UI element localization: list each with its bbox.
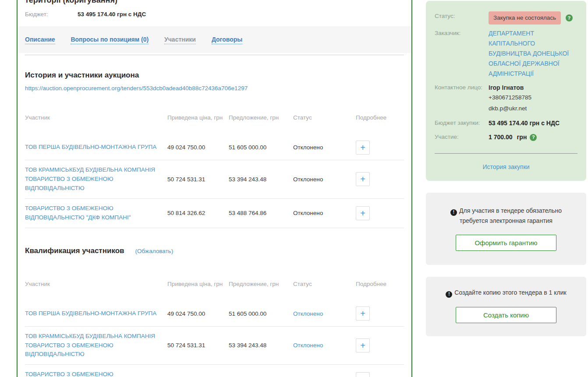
participant-link[interactable]: ТОВ КРАММІСЬКБУД БУДІВЕЛЬНА КОМПАНІЯ ТОВ… — [25, 166, 167, 193]
guarantee-note-text: Для участия в тендере обязательно требуе… — [459, 207, 562, 224]
status-link[interactable]: Отклонено — [293, 342, 356, 349]
status-badge: Закупка не состоялась — [489, 11, 561, 25]
participant-link[interactable]: ТОВАРИСТВО З ОБМЕЖЕНОЮ ВІДПОВІДАЛЬНІСТЮ … — [25, 370, 167, 377]
tab-description[interactable]: Описание — [25, 36, 55, 44]
expand-row-button[interactable]: + — [356, 372, 370, 377]
status-link[interactable]: Отклонено — [293, 310, 356, 317]
expand-row-button[interactable]: + — [356, 141, 370, 155]
tender-sidebar: Статус: Закупка не состоялась ? Заказчик… — [426, 1, 586, 336]
tender-main-panel: території (коригування) Бюджет: 53 495 1… — [17, 0, 412, 377]
reduced-price-value: 50 724 531.31 — [167, 176, 229, 183]
expand-row-button[interactable]: + — [356, 307, 370, 321]
bid-value: 53 394 243.48 — [229, 176, 293, 183]
tab-contracts[interactable]: Договоры — [212, 36, 242, 44]
bid-value: 51 605 000.00 — [229, 310, 293, 317]
expand-row-button[interactable]: + — [356, 338, 370, 352]
table-row: ТОВАРИСТВО З ОБМЕЖЕНОЮ ВІДПОВІДАЛЬНІСТЮ … — [25, 199, 404, 228]
appeal-link[interactable]: (Обжаловать) — [135, 248, 174, 254]
bid-value: 53 488 764.86 — [229, 210, 293, 216]
auction-table-header: Участник Приведена ціна, грн Предложение… — [25, 114, 404, 135]
create-guarantee-button[interactable]: Оформить гарантию — [456, 235, 556, 251]
col-details: Подробнее — [356, 114, 404, 121]
create-copy-button[interactable]: Создать копию — [456, 307, 556, 323]
plus-icon: + — [360, 341, 365, 350]
status-value: Отклонено — [293, 210, 356, 216]
qualification-table-header: Участник Приведена ціна, грн Предложение… — [25, 281, 404, 301]
table-row: ТОВ КРАММІСЬКБУД БУДІВЕЛЬНА КОМПАНІЯ ТОВ… — [25, 327, 404, 365]
table-row: ТОВ ПЕРША БУДІВЕЛЬНО-МОНТАЖНА ГРУПА 49 0… — [25, 301, 404, 327]
info-icon: ! — [446, 291, 452, 298]
col-bid: Предложение, грн — [229, 281, 293, 287]
reduced-price-value: 50 814 326.62 — [167, 210, 229, 216]
col-bid: Предложение, грн — [229, 114, 293, 121]
tabs-bar: Описание Вопросы по позициям (0) Участни… — [18, 26, 411, 53]
tab-questions[interactable]: Вопросы по позициям (0) — [71, 36, 149, 44]
contact-label: Контактное лицо: — [435, 83, 489, 114]
budget-label: Бюджет: — [25, 11, 78, 18]
bid-value: 53 394 243.48 — [229, 342, 293, 349]
history-link[interactable]: История закупки — [482, 163, 529, 170]
participant-link[interactable]: ТОВ КРАММІСЬКБУД БУДІВЕЛЬНА КОМПАНІЯ ТОВ… — [25, 332, 167, 359]
participation-value: 1 700.00 — [489, 134, 513, 141]
auction-url-link[interactable]: https://auction.openprocurement.org/tend… — [25, 85, 404, 92]
bid-value: 51 605 000.00 — [229, 144, 293, 151]
tab-participants[interactable]: Участники — [164, 36, 196, 44]
reduced-price-value: 50 724 531.31 — [167, 342, 229, 349]
contact-email: dkb.p@ukr.net — [489, 103, 577, 114]
plus-icon: + — [360, 208, 365, 218]
expand-row-button[interactable]: + — [356, 206, 370, 220]
tender-summary-panel: Статус: Закупка не состоялась ? Заказчик… — [426, 1, 586, 181]
qualification-section-heading: Квалификация участников — [25, 247, 124, 255]
contact-name: Ігор Ігнатов — [489, 83, 577, 92]
page-title: території (коригування) — [25, 0, 404, 5]
participation-label: Участие: — [435, 132, 489, 142]
table-row: ТОВАРИСТВО З ОБМЕЖЕНОЮ ВІДПОВІДАЛЬНІСТЮ … — [25, 365, 404, 377]
help-icon[interactable]: ? — [566, 14, 573, 21]
col-details: Подробнее — [356, 281, 404, 287]
info-icon: ! — [450, 209, 457, 216]
col-participant: Участник — [25, 114, 167, 121]
reduced-price-value: 49 024 750.00 — [167, 310, 229, 317]
auction-section-heading: История и участники аукциона — [25, 71, 404, 80]
participant-link[interactable]: ТОВАРИСТВО З ОБМЕЖЕНОЮ ВІДПОВІДАЛЬНІСТЮ … — [25, 204, 167, 222]
purchase-budget-value: 53 495 174.40 грн с НДС — [489, 118, 577, 128]
plus-icon: + — [360, 374, 365, 377]
plus-icon: + — [360, 174, 365, 184]
copy-note-text: Создайте копию этого тендера в 1 клик — [454, 289, 566, 296]
guarantee-box: !Для участия в тендере обязательно требу… — [426, 193, 586, 265]
contact-phone: +380671258785 — [489, 92, 577, 103]
col-reduced-price: Приведена ціна, грн — [167, 114, 229, 121]
help-icon[interactable]: ? — [530, 134, 537, 141]
col-status: Статус — [293, 114, 356, 121]
copy-tender-box: !Создайте копию этого тендера в 1 клик С… — [426, 277, 586, 336]
col-reduced-price: Приведена ціна, грн — [167, 281, 229, 287]
status-label: Статус: — [435, 11, 489, 25]
col-status: Статус — [293, 281, 356, 287]
participant-link[interactable]: ТОВ ПЕРША БУДІВЕЛЬНО-МОНТАЖНА ГРУПА — [25, 143, 167, 152]
customer-link[interactable]: ДЕПАРТАМЕНТ КАПІТАЛЬНОГО БУДІВНИЦТВА ДОН… — [489, 28, 577, 79]
customer-label: Заказчик: — [435, 28, 489, 79]
guarantee-note: !Для участия в тендере обязательно требу… — [438, 206, 574, 225]
tabs-divider — [25, 55, 404, 55]
table-row: ТОВ КРАММІСЬКБУД БУДІВЕЛЬНА КОМПАНІЯ ТОВ… — [25, 160, 404, 199]
participation-currency: грн — [517, 134, 527, 141]
status-value: Отклонено — [293, 144, 356, 151]
expand-row-button[interactable]: + — [356, 172, 370, 186]
status-value: Отклонено — [293, 176, 356, 183]
col-participant: Участник — [25, 281, 167, 287]
copy-note: !Создайте копию этого тендера в 1 клик — [438, 288, 574, 298]
purchase-budget-label: Бюджет закупки: — [435, 118, 489, 128]
participant-link[interactable]: ТОВ ПЕРША БУДІВЕЛЬНО-МОНТАЖНА ГРУПА — [25, 309, 167, 318]
budget-value: 53 495 174.40 грн с НДС — [78, 11, 146, 18]
budget-row: Бюджет: 53 495 174.40 грн с НДС — [25, 11, 404, 18]
reduced-price-value: 49 024 750.00 — [167, 144, 229, 151]
table-row: ТОВ ПЕРША БУДІВЕЛЬНО-МОНТАЖНА ГРУПА 49 0… — [25, 135, 404, 160]
sidebar-divider — [435, 153, 577, 154]
plus-icon: + — [360, 143, 365, 152]
plus-icon: + — [360, 309, 365, 318]
